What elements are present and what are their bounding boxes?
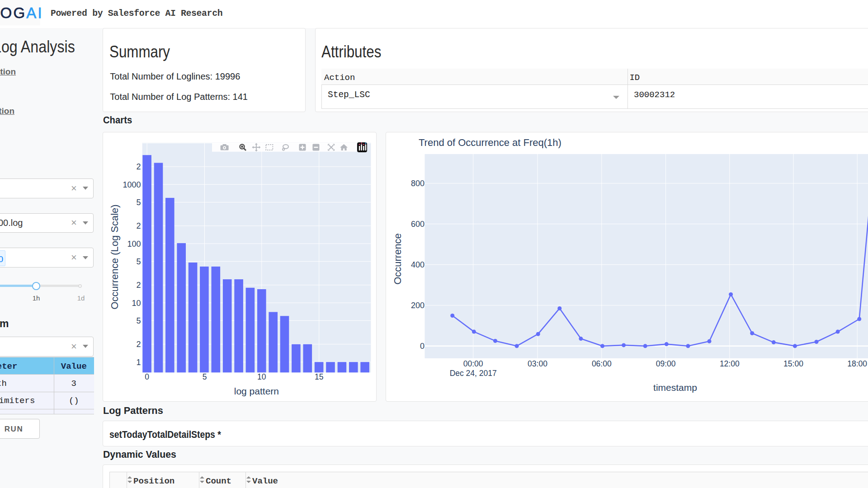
svg-text:18:00: 18:00 bbox=[847, 359, 867, 368]
svg-text:log pattern: log pattern bbox=[234, 386, 279, 396]
svg-text:5: 5 bbox=[136, 316, 141, 325]
svg-text:400: 400 bbox=[411, 260, 425, 269]
svg-text:200: 200 bbox=[411, 301, 425, 310]
svg-text:15: 15 bbox=[315, 372, 323, 381]
svg-text:Dec 24, 2017: Dec 24, 2017 bbox=[450, 369, 497, 378]
svg-text:06:00: 06:00 bbox=[592, 359, 612, 368]
svg-text:15:00: 15:00 bbox=[783, 359, 803, 368]
svg-text:0: 0 bbox=[145, 372, 149, 381]
svg-text:Occurrence: Occurrence bbox=[392, 233, 403, 285]
svg-text:2: 2 bbox=[136, 162, 141, 171]
svg-text:1000: 1000 bbox=[123, 180, 141, 189]
svg-text:2: 2 bbox=[136, 221, 141, 230]
svg-text:5: 5 bbox=[136, 198, 141, 207]
svg-text:100: 100 bbox=[127, 239, 141, 249]
svg-text:2: 2 bbox=[136, 281, 141, 290]
svg-text:03:00: 03:00 bbox=[528, 359, 547, 368]
svg-text:Trend of Occurrence at Freq(1h: Trend of Occurrence at Freq(1h) bbox=[419, 137, 561, 148]
svg-text:timestamp: timestamp bbox=[653, 382, 697, 393]
svg-text:12:00: 12:00 bbox=[720, 359, 740, 368]
svg-text:800: 800 bbox=[411, 179, 425, 188]
svg-text:5: 5 bbox=[203, 372, 207, 381]
svg-text:10: 10 bbox=[132, 299, 141, 308]
svg-text:1: 1 bbox=[136, 358, 141, 367]
svg-text:Occurrence (Log Scale): Occurrence (Log Scale) bbox=[109, 204, 120, 309]
svg-text:00:00: 00:00 bbox=[463, 359, 483, 368]
svg-text:600: 600 bbox=[411, 220, 425, 229]
svg-text:09:00: 09:00 bbox=[656, 359, 676, 368]
svg-text:2: 2 bbox=[136, 340, 141, 349]
svg-text:10: 10 bbox=[257, 372, 266, 381]
svg-text:5: 5 bbox=[136, 257, 141, 266]
svg-text:0: 0 bbox=[420, 342, 425, 351]
